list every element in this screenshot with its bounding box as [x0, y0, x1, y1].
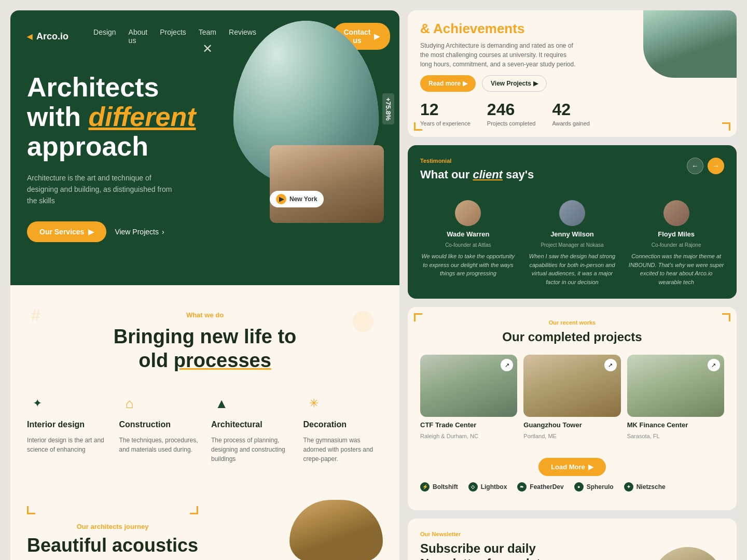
- spherulo-icon: ●: [574, 482, 584, 492]
- newsletter-content: Our Newsletter Subscribe our daily Newsl…: [420, 531, 643, 560]
- logo[interactable]: ◂ Arco.io: [27, 30, 68, 43]
- location-badge: ▶ New York: [270, 191, 324, 207]
- construction-name: Construction: [119, 420, 199, 429]
- projects-button[interactable]: View Projects ›: [115, 228, 164, 236]
- testimonial-item-2: Jenny Wilson Project Manager at Nokasa W…: [524, 200, 620, 286]
- stat-projects: 246 Projects completed: [487, 100, 536, 127]
- corner-tr: [190, 506, 198, 514]
- stat-projects-label: Projects completed: [487, 120, 536, 127]
- decoration-name: Decoration: [303, 420, 383, 429]
- deco-circle: [353, 311, 374, 332]
- project-name-3: MK Finance Center: [627, 421, 724, 429]
- avatar-1: [455, 200, 481, 226]
- testimonial-item-1: Wade Warren Co-founder at Attlas We woul…: [420, 200, 516, 286]
- interior-name: Interior design: [27, 420, 107, 429]
- testimonial-prev[interactable]: ←: [687, 158, 703, 174]
- review-text-1: We would like to take the opportunity to…: [420, 252, 516, 278]
- reviewer-role-3: Co-founder at Rajone: [652, 242, 701, 248]
- achievements-text: & Achievements Studying Architecture is …: [420, 21, 587, 92]
- stat-years-number: 12: [420, 100, 471, 119]
- testimonial-section: Testimonial What our client say's ← → Wa…: [408, 145, 737, 299]
- nietzsche-icon: ✦: [624, 482, 633, 492]
- corner-tr: [722, 122, 730, 131]
- reviewer-name-3: Floyd Miles: [658, 230, 695, 238]
- hero-bottom-image: ▶ New York: [270, 145, 384, 223]
- percentage-badge: +75.8%: [382, 93, 394, 124]
- client-italic: client: [473, 168, 502, 181]
- projects-label: Our recent works: [420, 319, 724, 326]
- featherdev-icon: ❧: [517, 482, 527, 492]
- stat-years: 12 Years of experience: [420, 100, 471, 127]
- project-arrow-2[interactable]: ↗: [604, 359, 617, 371]
- architectural-name: Architectural: [211, 420, 291, 429]
- hero-image-container: +75.8% ▶ New York: [223, 10, 389, 228]
- deco-hash-left: #: [31, 306, 40, 325]
- project-location-1: Raleigh & Durham, NC: [420, 433, 517, 439]
- project-item-1: ↗ CTF Trade Center Raleigh & Durham, NC: [420, 355, 517, 439]
- service-decoration: ✳ Decoration The gymnasium was adorned w…: [303, 393, 383, 464]
- review-text-3: Connection was the major theme at INBOUN…: [628, 252, 724, 286]
- cross-icon: ✕: [202, 41, 213, 56]
- nav-projects[interactable]: Projects: [160, 28, 186, 45]
- logo-icon: ◂: [27, 30, 32, 43]
- service-construction: ⌂ Construction The techniques, procedure…: [119, 393, 199, 464]
- testimonial-label: Testimonial: [420, 158, 534, 164]
- interior-desc: Interior design is the art and science o…: [27, 436, 107, 454]
- projects-section: Our recent works Our completed projects …: [408, 307, 737, 510]
- project-location-2: Portland, ME: [523, 433, 620, 439]
- newsletter-section: Our Newsletter Subscribe our daily Newsl…: [408, 519, 737, 560]
- hero-title: Architects with different approach: [27, 73, 203, 162]
- stat-projects-number: 246: [487, 100, 536, 119]
- hero-section: ◂ Arco.io Design About us Projects Team …: [10, 10, 399, 285]
- stat-awards-number: 42: [552, 100, 590, 119]
- architectural-desc: The process of planning, designing and c…: [211, 436, 291, 464]
- avatar-2: [559, 200, 585, 226]
- load-more-button[interactable]: Load More ▶: [538, 458, 606, 476]
- project-arrow-3[interactable]: ↗: [708, 359, 720, 371]
- interior-icon: ✦: [27, 393, 48, 414]
- newsletter-title: Subscribe our daily Newsletter for updat…: [420, 541, 643, 560]
- stats-image: [643, 10, 737, 78]
- achievements-buttons: Read more ▶ View Projects ▶: [420, 75, 587, 92]
- services-grid: ✦ Interior design Interior design is the…: [27, 393, 383, 464]
- stat-awards-label: Awards gained: [552, 120, 590, 127]
- avatar-3: [663, 200, 689, 226]
- location-dot: ▶: [276, 194, 286, 204]
- journey-label: Our architects journey: [27, 523, 198, 530]
- newsletter-highlight: Newsletter: [420, 556, 483, 560]
- testimonial-nav: ← →: [687, 158, 724, 174]
- left-panel: ◂ Arco.io Design About us Projects Team …: [10, 10, 399, 560]
- stat-years-label: Years of experience: [420, 120, 471, 127]
- brand-nietzsche: ✦ Nietzsche: [624, 482, 666, 492]
- achievements-desc: Studying Architecture is demanding and r…: [420, 41, 576, 69]
- projects-corner-tl: [414, 313, 422, 321]
- view-projects-button[interactable]: View Projects ▶: [482, 75, 547, 92]
- corner-bl: [414, 122, 422, 131]
- corner-tl: [27, 506, 35, 514]
- journey-image: [289, 500, 383, 560]
- review-text-2: When I saw the design had strong capabil…: [524, 252, 620, 286]
- project-image-2: ↗: [523, 355, 620, 417]
- brands-row: ⚡ Boltshift ◇ Lightbox ❧ FeatherDev ● Sp…: [420, 476, 724, 498]
- services-button[interactable]: Our Services ▶: [27, 221, 106, 242]
- read-more-button[interactable]: Read more ▶: [420, 75, 476, 92]
- testimonial-next[interactable]: →: [708, 158, 724, 174]
- reviewer-role-2: Project Manager at Nokasa: [541, 242, 603, 248]
- brand-featherdev: ❧ FeatherDev: [517, 482, 563, 492]
- decoration-icon: ✳: [303, 393, 324, 414]
- project-image-3: ↗: [627, 355, 724, 417]
- reviewer-name-1: Wade Warren: [447, 230, 489, 238]
- project-item-2: ↗ Guangzhou Tower Portland, ME: [523, 355, 620, 439]
- project-name-2: Guangzhou Tower: [523, 421, 620, 429]
- project-image-1: ↗: [420, 355, 517, 417]
- hero-italic-word: different: [88, 102, 196, 132]
- nav-design[interactable]: Design: [93, 28, 116, 45]
- construction-icon: ⌂: [119, 393, 140, 414]
- projects-title: Our completed projects: [420, 330, 724, 344]
- project-name-1: CTF Trade Center: [420, 421, 517, 429]
- brand-lightbox: ◇ Lightbox: [468, 482, 507, 492]
- boltshift-icon: ⚡: [420, 482, 430, 492]
- services-title: Bringing new life to old processes: [27, 325, 383, 372]
- hero-subtitle: Architecture is the art and technique of…: [27, 172, 183, 207]
- nav-about[interactable]: About us: [129, 28, 148, 45]
